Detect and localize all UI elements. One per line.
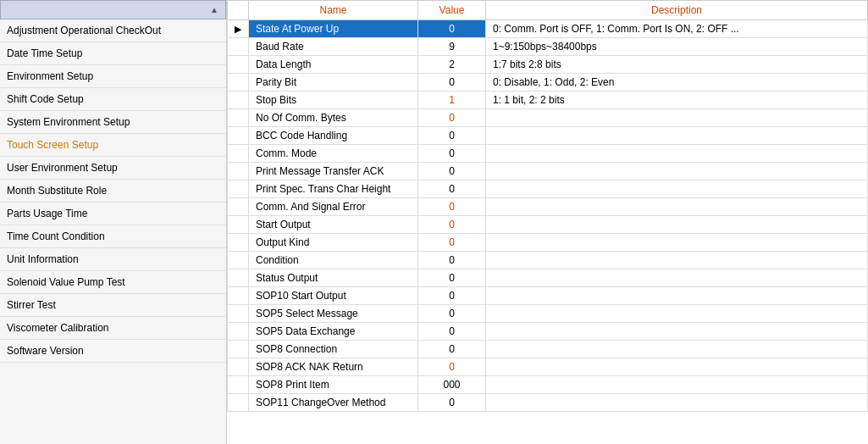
row-name-15: SOP10 Start Output: [249, 287, 418, 305]
row-arrow-8: [228, 163, 249, 180]
row-value-19: 0: [418, 358, 486, 376]
table-row[interactable]: ▶State At Power Up00: Comm. Port is OFF,…: [228, 20, 868, 38]
table-row[interactable]: Parity Bit00: Disable, 1: Odd, 2: Even: [228, 74, 868, 92]
table-row[interactable]: Print Message Transfer ACK0: [228, 163, 868, 180]
row-arrow-16: [228, 305, 249, 323]
table-row[interactable]: SOP5 Select Message0: [228, 305, 868, 323]
row-desc-1: 1~9:150bps~38400bps: [486, 38, 868, 56]
row-name-8: Print Message Transfer ACK: [249, 163, 418, 180]
row-desc-13: [486, 252, 868, 269]
row-value-0: 0: [418, 20, 486, 38]
row-name-3: Parity Bit: [249, 74, 418, 92]
row-value-15: 0: [418, 287, 486, 305]
table-row[interactable]: Comm. Mode0: [228, 145, 868, 163]
row-arrow-14: [228, 269, 249, 287]
row-desc-2: 1:7 bits 2:8 bits: [486, 56, 868, 74]
row-desc-15: [486, 287, 868, 305]
sidebar-item-adjustment[interactable]: Adjustment Operational CheckOut: [0, 19, 226, 42]
sidebar-item-viscometer[interactable]: Viscometer Calibration: [0, 317, 226, 340]
row-arrow-19: [228, 358, 249, 376]
sidebar-item-environment[interactable]: Environment Setup: [0, 65, 226, 88]
col-value: Value: [418, 1, 486, 20]
sidebar-item-userenvironment[interactable]: User Environment Setup: [0, 157, 226, 180]
table-body: ▶State At Power Up00: Comm. Port is OFF,…: [228, 20, 868, 412]
row-name-14: Status Output: [249, 269, 418, 287]
row-name-2: Data Length: [249, 56, 418, 74]
row-arrow-17: [228, 323, 249, 341]
table-row[interactable]: Start Output0: [228, 216, 868, 234]
table-row[interactable]: Condition0: [228, 252, 868, 269]
row-name-7: Comm. Mode: [249, 145, 418, 163]
row-name-17: SOP5 Data Exchange: [249, 323, 418, 341]
row-desc-12: [486, 234, 868, 252]
table-row[interactable]: SOP10 Start Output0: [228, 287, 868, 305]
row-value-12: 0: [418, 234, 486, 252]
data-table: Name Value Description ▶State At Power U…: [227, 0, 868, 412]
row-desc-18: [486, 341, 868, 358]
sidebar-item-solenoidvalue[interactable]: Solenoid Value Pump Test: [0, 271, 226, 294]
sidebar-header: ▲: [0, 0, 226, 19]
table-row[interactable]: Status Output0: [228, 269, 868, 287]
table-row[interactable]: Comm. And Signal Error0: [228, 198, 868, 216]
table-row[interactable]: Output Kind0: [228, 234, 868, 252]
row-arrow-10: [228, 198, 249, 216]
row-arrow-13: [228, 252, 249, 269]
row-value-4: 1: [418, 92, 486, 109]
sidebar-item-touchscreen[interactable]: Touch Screen Setup: [0, 134, 226, 157]
row-name-9: Print Spec. Trans Char Height: [249, 180, 418, 198]
table-row[interactable]: SOP8 ACK NAK Return0: [228, 358, 868, 376]
table-row[interactable]: SOP8 Print Item000: [228, 376, 868, 394]
row-value-2: 2: [418, 56, 486, 74]
row-name-13: Condition: [249, 252, 418, 269]
row-value-18: 0: [418, 341, 486, 358]
row-value-11: 0: [418, 216, 486, 234]
row-name-12: Output Kind: [249, 234, 418, 252]
row-name-4: Stop Bits: [249, 92, 418, 109]
row-arrow-1: [228, 38, 249, 56]
row-desc-5: [486, 109, 868, 127]
sidebar-item-monthsubstitute[interactable]: Month Substitute Role: [0, 180, 226, 203]
table-row[interactable]: SOP8 Connection0: [228, 341, 868, 358]
row-value-7: 0: [418, 145, 486, 163]
row-name-20: SOP8 Print Item: [249, 376, 418, 394]
table-row[interactable]: SOP11 ChangeOver Method0: [228, 394, 868, 412]
row-arrow-9: [228, 180, 249, 198]
row-desc-3: 0: Disable, 1: Odd, 2: Even: [486, 74, 868, 92]
row-value-1: 9: [418, 38, 486, 56]
row-desc-9: [486, 180, 868, 198]
row-value-16: 0: [418, 305, 486, 323]
col-name: Name: [249, 1, 418, 20]
sidebar-item-datetime[interactable]: Date Time Setup: [0, 42, 226, 65]
row-desc-8: [486, 163, 868, 180]
table-row[interactable]: Print Spec. Trans Char Height0: [228, 180, 868, 198]
sidebar-item-stirrertest[interactable]: Stirrer Test: [0, 294, 226, 317]
row-desc-14: [486, 269, 868, 287]
table-row[interactable]: No Of Comm. Bytes0: [228, 109, 868, 127]
row-desc-16: [486, 305, 868, 323]
sidebar-item-unitinformation[interactable]: Unit Information: [0, 248, 226, 271]
col-description: Description: [486, 1, 868, 20]
sidebar-item-partsusage[interactable]: Parts Usage Time: [0, 203, 226, 225]
row-arrow-20: [228, 376, 249, 394]
main-content: Name Value Description ▶State At Power U…: [227, 0, 868, 444]
table-row[interactable]: BCC Code Handling0: [228, 127, 868, 145]
row-desc-10: [486, 198, 868, 216]
row-arrow-0: ▶: [228, 20, 249, 38]
table-row[interactable]: Stop Bits11: 1 bit, 2: 2 bits: [228, 92, 868, 109]
row-name-6: BCC Code Handling: [249, 127, 418, 145]
sidebar-collapse-icon[interactable]: ▲: [210, 5, 218, 14]
row-name-21: SOP11 ChangeOver Method: [249, 394, 418, 412]
sidebar-item-systemenvironment[interactable]: System Environment Setup: [0, 111, 226, 134]
row-arrow-15: [228, 287, 249, 305]
table-row[interactable]: Baud Rate91~9:150bps~38400bps: [228, 38, 868, 56]
sidebar-item-software[interactable]: Software Version: [0, 340, 226, 363]
row-arrow-11: [228, 216, 249, 234]
row-name-11: Start Output: [249, 216, 418, 234]
table-row[interactable]: Data Length21:7 bits 2:8 bits: [228, 56, 868, 74]
row-desc-17: [486, 323, 868, 341]
table-row[interactable]: SOP5 Data Exchange0: [228, 323, 868, 341]
sidebar: ▲ Adjustment Operational CheckOutDate Ti…: [0, 0, 227, 444]
row-name-5: No Of Comm. Bytes: [249, 109, 418, 127]
sidebar-item-timecountcondition[interactable]: Time Count Condition: [0, 225, 226, 248]
sidebar-item-shiftcode[interactable]: Shift Code Setup: [0, 88, 226, 111]
